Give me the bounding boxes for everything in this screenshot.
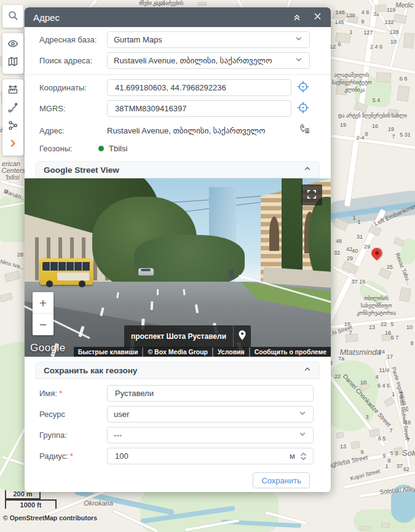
map-label: ალადაშვილის [334, 73, 369, 78]
chevron-up-icon [303, 365, 312, 376]
search-icon [7, 10, 18, 23]
map-building [4, 271, 21, 282]
map-building [198, 2, 207, 6]
bus-ad-banner [57, 272, 89, 280]
map-label: 25 [387, 264, 393, 270]
scale-feet: 1000 ft [20, 501, 42, 509]
radius-input[interactable] [114, 451, 249, 461]
locate-mgrs-button[interactable] [296, 101, 310, 116]
locate-coordinates-button[interactable] [296, 80, 310, 95]
street-view-attribution-bar: Быстрые клавиши© Box Media GroupУсловияС… [74, 347, 331, 357]
geofence-name-input[interactable] [114, 388, 307, 399]
map-scale: 200 m 1000 ft [5, 490, 57, 509]
map-street [0, 180, 26, 189]
search-button[interactable] [4, 7, 22, 25]
map-building [381, 523, 390, 528]
resource-label: Ресурс [39, 410, 107, 419]
geofence-dot [98, 146, 104, 151]
fullscreen-icon [307, 189, 317, 201]
car [138, 268, 154, 276]
crosshair-icon [296, 80, 310, 95]
fullscreen-button[interactable] [301, 185, 322, 205]
map-label: 5 [390, 321, 393, 327]
sv-attribution-link[interactable]: Сообщить о проблеме [250, 347, 331, 357]
measure-button[interactable] [4, 82, 22, 100]
sv-attribution-link[interactable]: Условия [213, 347, 249, 357]
map-label: თბილისის [364, 296, 389, 301]
map-label: 10 [360, 379, 366, 386]
address-base-select[interactable]: Gurtam Maps [107, 31, 310, 48]
map-label: 28 [17, 252, 23, 258]
sv-attribution-link[interactable]: Быстрые клавиши [74, 347, 143, 357]
geofences-row: Геозоны: Tbilsi [39, 144, 316, 153]
coordinates-field [107, 79, 291, 96]
zoom-in-button[interactable]: + [33, 292, 53, 314]
map-label: 2 4 6 [370, 44, 382, 50]
map-building [360, 526, 371, 531]
geofences-label: Геозоны: [39, 144, 107, 153]
visibility-button[interactable] [4, 36, 22, 54]
map-source-button[interactable] [4, 54, 22, 71]
street-view-viewport[interactable]: + − Google проспект Шота Руставели Быстр… [25, 178, 331, 357]
collapse-dialog-button[interactable] [292, 12, 302, 23]
map-label: 5 3 [390, 450, 398, 456]
street-view-zoom-control: + − [33, 292, 53, 335]
close-dialog-button[interactable] [313, 12, 322, 23]
pegman-pin-button[interactable] [234, 325, 251, 347]
map-label: 29 [364, 244, 370, 250]
map-label: 1 [357, 219, 360, 225]
map-label: 5 31 [400, 132, 411, 138]
map-building [350, 441, 360, 449]
map-label: 29 [347, 255, 353, 261]
map-label: 13 [340, 443, 346, 450]
save-geofence-section-header[interactable]: Сохранить как геозону [36, 362, 320, 379]
expand-toolbar-button[interactable] [4, 135, 22, 153]
resource-select[interactable]: user [107, 406, 314, 423]
track-points-button[interactable] [4, 117, 22, 135]
map-pin[interactable] [369, 245, 384, 260]
chevron-down-icon [294, 34, 303, 45]
tree-row [134, 235, 245, 287]
map-label: 1 [352, 215, 355, 221]
radius-stepper[interactable] [300, 452, 307, 461]
address-building-pin-icon[interactable] [299, 123, 311, 138]
mgrs-row: MGRS: [39, 100, 316, 117]
arch-window [269, 216, 279, 251]
map-label: 7 [389, 427, 392, 434]
location-pin-icon [239, 330, 246, 343]
map-label: 128 [389, 29, 398, 35]
route-button[interactable] [4, 100, 22, 117]
group-select[interactable]: --- [107, 427, 314, 443]
address-search-label: Поиск адреса: [39, 56, 107, 65]
map-label: კონსერვატორია [357, 311, 395, 316]
save-button[interactable]: Сохранить [253, 472, 310, 488]
close-icon [313, 12, 322, 23]
address-base-label: Адресная база: [39, 35, 107, 44]
bus-wheel [46, 280, 53, 287]
trash-bin [229, 269, 234, 279]
map-label: საუნივერსიტეტო [332, 80, 371, 85]
sv-attribution-link[interactable]: © Box Media Group [143, 347, 212, 357]
map-toolbar [2, 5, 23, 161]
map-icon [7, 56, 18, 69]
lane-dash [151, 301, 154, 310]
radius-unit: м [286, 451, 295, 461]
address-search-select[interactable]: Rustaveli Avenue, თბილისი, საქართველო [107, 52, 310, 69]
map-label: 8 [365, 131, 368, 137]
map-building [376, 72, 392, 82]
address-row: Адрес: Rustaveli Avenue, თბილისი, საქართ… [39, 123, 316, 138]
map-label: 11/4 [379, 367, 390, 373]
bus-windows [42, 262, 90, 271]
measure-icon [7, 84, 18, 97]
required-asterisk: * [59, 389, 62, 398]
map-label: 10 [406, 324, 413, 330]
map-label: 7a [338, 355, 344, 362]
toolbar-group-view [2, 33, 23, 74]
dialog-header[interactable]: Адрес [25, 7, 331, 27]
coordinates-input[interactable] [114, 82, 285, 93]
map-label: 9 [382, 453, 385, 459]
mgrs-input[interactable] [114, 103, 285, 114]
zoom-out-button[interactable]: − [33, 314, 53, 335]
google-logo: Google [30, 342, 66, 354]
street-view-section-header[interactable]: Google Street View [36, 161, 320, 178]
